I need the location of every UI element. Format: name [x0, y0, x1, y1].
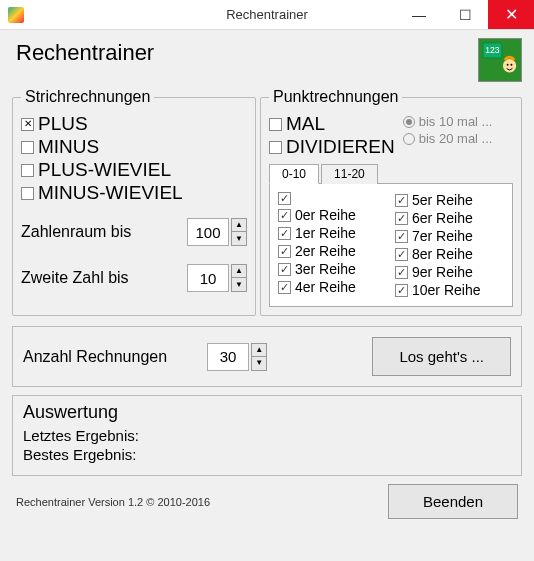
checkbox-icon	[278, 245, 291, 258]
tab-11-20[interactable]: 11-20	[321, 164, 378, 184]
auswertung-legend: Auswertung	[23, 402, 511, 423]
punkt-radio-1[interactable]: bis 20 mal ...	[403, 131, 513, 146]
reihe-r-3-label: 8er Reihe	[412, 246, 473, 262]
reihe-l-3-checkbox[interactable]: 2er Reihe	[278, 243, 387, 259]
reihe-r-0-label: 5er Reihe	[412, 192, 473, 208]
anzahl-up[interactable]: ▲	[251, 343, 267, 357]
zweite-zahl-down[interactable]: ▼	[231, 278, 247, 292]
reihe-l-4-checkbox[interactable]: 3er Reihe	[278, 261, 387, 277]
reihe-l-1-label: 0er Reihe	[295, 207, 356, 223]
zweite-zahl-up[interactable]: ▲	[231, 264, 247, 278]
window-controls: — ☐ ✕	[396, 0, 534, 29]
reihe-l-2-checkbox[interactable]: 1er Reihe	[278, 225, 387, 241]
reihe-r-5-label: 10er Reihe	[412, 282, 481, 298]
anzahl-down[interactable]: ▼	[251, 357, 267, 371]
zahlenraum-down[interactable]: ▼	[231, 232, 247, 246]
checkbox-icon	[278, 192, 291, 205]
checkbox-icon	[395, 230, 408, 243]
checkbox-icon	[278, 263, 291, 276]
reihe-r-2-checkbox[interactable]: 7er Reihe	[395, 228, 504, 244]
strich-1-checkbox[interactable]: MINUS	[21, 136, 247, 158]
anzahl-group: Anzahl Rechnungen ▲ ▼ Los geht's ...	[12, 326, 522, 387]
zweite-zahl-label: Zweite Zahl bis	[21, 269, 181, 287]
window-title: Rechentrainer	[226, 7, 308, 22]
strich-legend: Strichrechnungen	[21, 88, 154, 106]
checkbox-icon	[395, 212, 408, 225]
strich-2-label: PLUS-WIEVIEL	[38, 159, 171, 181]
strich-0-checkbox[interactable]: PLUS	[21, 113, 247, 135]
zweite-zahl-input[interactable]	[187, 264, 229, 292]
anzahl-label: Anzahl Rechnungen	[23, 348, 167, 366]
svg-point-5	[511, 64, 513, 66]
punkt-op-1-checkbox[interactable]: DIVIDIEREN	[269, 136, 395, 158]
app-icon	[8, 7, 24, 23]
start-button[interactable]: Los geht's ...	[372, 337, 511, 376]
strichrechnungen-group: Strichrechnungen PLUSMINUSPLUS-WIEVIELMI…	[12, 88, 256, 316]
anzahl-input[interactable]	[207, 343, 249, 371]
letztes-ergebnis-label: Letztes Ergebnis:	[23, 427, 511, 444]
reihe-l-3-label: 2er Reihe	[295, 243, 356, 259]
checkbox-icon	[269, 118, 282, 131]
radio-icon	[403, 116, 415, 128]
titlebar: Rechentrainer — ☐ ✕	[0, 0, 534, 30]
reihe-r-0-checkbox[interactable]: 5er Reihe	[395, 192, 504, 208]
maximize-button[interactable]: ☐	[442, 0, 488, 29]
checkbox-icon	[278, 227, 291, 240]
reihe-r-5-checkbox[interactable]: 10er Reihe	[395, 282, 504, 298]
zahlenraum-input[interactable]	[187, 218, 229, 246]
checkbox-icon	[21, 187, 34, 200]
checkbox-icon	[395, 266, 408, 279]
checkbox-icon	[278, 281, 291, 294]
beenden-button[interactable]: Beenden	[388, 484, 518, 519]
strich-3-label: MINUS-WIEVIEL	[38, 182, 183, 204]
checkbox-icon	[21, 118, 34, 131]
minimize-button[interactable]: —	[396, 0, 442, 29]
bestes-ergebnis-label: Bestes Ergebnis:	[23, 446, 511, 463]
zweite-zahl-row: Zweite Zahl bis ▲ ▼	[21, 264, 247, 292]
reihe-l-2-label: 1er Reihe	[295, 225, 356, 241]
checkbox-icon	[395, 248, 408, 261]
reihe-l-5-label: 4er Reihe	[295, 279, 356, 295]
checkbox-icon	[21, 141, 34, 154]
app-logo: 123	[478, 38, 522, 82]
checkbox-icon	[395, 194, 408, 207]
reihe-l-5-checkbox[interactable]: 4er Reihe	[278, 279, 387, 295]
reihe-r-4-checkbox[interactable]: 9er Reihe	[395, 264, 504, 280]
punkt-radio-0[interactable]: bis 10 mal ...	[403, 114, 513, 129]
auswertung-group: Auswertung Letztes Ergebnis: Bestes Erge…	[12, 395, 522, 476]
reihe-l-1-checkbox[interactable]: 0er Reihe	[278, 207, 387, 223]
punkt-op-0-label: MAL	[286, 113, 325, 135]
zahlenraum-up[interactable]: ▲	[231, 218, 247, 232]
page-title: Rechentrainer	[16, 40, 154, 66]
reihe-r-4-label: 9er Reihe	[412, 264, 473, 280]
close-button[interactable]: ✕	[488, 0, 534, 29]
punkt-op-0-checkbox[interactable]: MAL	[269, 113, 395, 135]
checkbox-icon	[21, 164, 34, 177]
svg-point-4	[507, 64, 509, 66]
reihen-panel: 0er Reihe1er Reihe2er Reihe3er Reihe4er …	[269, 183, 513, 307]
punkt-radio-1-label: bis 20 mal ...	[419, 131, 493, 146]
checkbox-icon	[278, 209, 291, 222]
reihe-r-3-checkbox[interactable]: 8er Reihe	[395, 246, 504, 262]
checkbox-icon	[269, 141, 282, 154]
strich-2-checkbox[interactable]: PLUS-WIEVIEL	[21, 159, 247, 181]
tab-0-10[interactable]: 0-10	[269, 164, 319, 184]
zahlenraum-row: Zahlenraum bis ▲ ▼	[21, 218, 247, 246]
reihe-r-2-label: 7er Reihe	[412, 228, 473, 244]
reihe-l-4-label: 3er Reihe	[295, 261, 356, 277]
strich-3-checkbox[interactable]: MINUS-WIEVIEL	[21, 182, 247, 204]
punkt-op-1-label: DIVIDIEREN	[286, 136, 395, 158]
radio-icon	[403, 133, 415, 145]
checkbox-icon	[395, 284, 408, 297]
version-label: Rechentrainer Version 1.2 © 2010-2016	[16, 496, 210, 508]
strich-0-label: PLUS	[38, 113, 88, 135]
svg-text:123: 123	[485, 45, 500, 55]
punkt-radio-0-label: bis 10 mal ...	[419, 114, 493, 129]
punktrechnungen-group: Punktrechnungen MALDIVIDIEREN bis 10 mal…	[260, 88, 522, 316]
punkt-legend: Punktrechnungen	[269, 88, 402, 106]
reihe-r-1-checkbox[interactable]: 6er Reihe	[395, 210, 504, 226]
zahlenraum-label: Zahlenraum bis	[21, 223, 181, 241]
strich-1-label: MINUS	[38, 136, 99, 158]
reihe-r-1-label: 6er Reihe	[412, 210, 473, 226]
reihe-l-0-checkbox[interactable]	[278, 192, 387, 205]
